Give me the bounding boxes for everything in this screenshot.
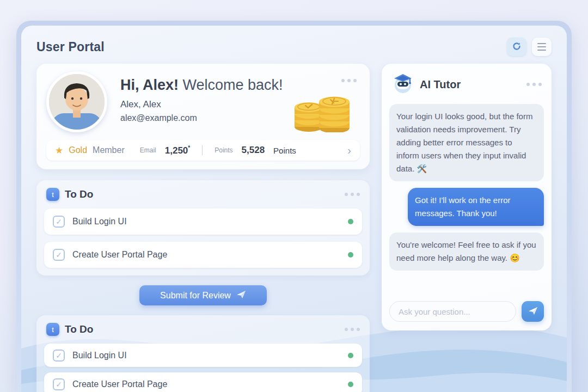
- app-window: User Portal: [16, 21, 572, 392]
- page-title: User Portal: [36, 40, 105, 54]
- chat-message-ai: You're welcome! Feel free to ask if you …: [389, 232, 544, 271]
- email-stat-label: Email: [140, 146, 156, 154]
- submit-for-review-button[interactable]: Submit for Review: [139, 285, 267, 305]
- todo-icon: t: [46, 323, 59, 336]
- todo-item-label: Create User Portal Page: [72, 379, 167, 389]
- todo-card-secondary: t To Do ✓ Build Login UI ✓: [36, 315, 370, 392]
- robot-tutor-icon: [391, 72, 414, 96]
- header-actions: [507, 38, 552, 56]
- paper-plane-icon: [236, 290, 246, 301]
- member-tier-label: Member: [93, 145, 125, 155]
- app-window-inner: User Portal: [21, 26, 567, 392]
- todo-title: To Do: [65, 323, 93, 335]
- todo-menu-dots[interactable]: [345, 193, 360, 196]
- gold-star-icon: ★: [55, 145, 63, 156]
- refresh-button[interactable]: [507, 38, 526, 56]
- greeting-rest: Welcome back!: [179, 77, 283, 93]
- menu-button[interactable]: [532, 38, 552, 56]
- ai-tutor-title: AI Tutor: [420, 78, 461, 91]
- todo-header: t To Do: [44, 187, 362, 202]
- send-message-button[interactable]: [522, 301, 544, 322]
- window-header: User Portal: [36, 38, 552, 56]
- chevron-right-icon: ›: [347, 145, 351, 156]
- ai-tutor-header: AI Tutor: [389, 71, 544, 97]
- todo-item[interactable]: ✓ Build Login UI: [44, 209, 362, 235]
- stat-divider: [202, 145, 203, 155]
- chat-message-ai: Your login UI looks good, but the form v…: [389, 104, 544, 181]
- todo-item-label: Create User Portal Page: [72, 250, 167, 260]
- chat-question-input[interactable]: [389, 301, 516, 322]
- status-dot-green: [348, 353, 353, 358]
- todo-icon: t: [46, 188, 59, 201]
- membership-stats-bar[interactable]: ★ Gold Member Email 1,250* Points 5,528 …: [46, 140, 360, 161]
- greeting-name: Hi, Alex!: [120, 77, 179, 93]
- checkbox-checked-icon[interactable]: ✓: [53, 249, 65, 261]
- chat-input-row: [389, 301, 544, 322]
- profile-menu-dots[interactable]: [341, 79, 357, 82]
- status-dot-green: [348, 382, 353, 387]
- greeting: Hi, Alex! Welcome back!: [120, 77, 283, 94]
- submit-button-label: Submit for Review: [160, 291, 231, 301]
- status-dot-green: [348, 252, 353, 258]
- todo-item[interactable]: ✓ Create User Portal Page: [44, 242, 362, 268]
- points-stat-value: 5,528: [242, 145, 265, 156]
- todo-menu-dots[interactable]: [345, 328, 360, 331]
- user-name: Alex, Alex: [120, 99, 283, 110]
- checkbox-checked-icon[interactable]: ✓: [53, 378, 65, 390]
- desktop-background: User Portal: [0, 0, 588, 392]
- todo-card-primary: t To Do ✓ Build Login UI ✓: [36, 180, 370, 275]
- points-stat-suffix: Points: [273, 146, 296, 155]
- coins-illustration: [289, 90, 353, 134]
- todo-item[interactable]: ✓ Build Login UI: [44, 344, 362, 367]
- chat-message-user: Got it! I'll work on the error messages.…: [408, 188, 544, 226]
- todo-item[interactable]: ✓ Create User Portal Page: [44, 372, 362, 392]
- ai-tutor-menu-dots[interactable]: [526, 83, 542, 86]
- todo-header: t To Do: [44, 322, 362, 337]
- profile-card: Hi, Alex! Welcome back! Alex, Alex alex@…: [36, 64, 370, 169]
- user-email: alex@example.com: [120, 113, 283, 123]
- todo-title: To Do: [65, 188, 93, 200]
- hamburger-icon: [537, 43, 546, 51]
- points-stat-label: Points: [215, 146, 232, 154]
- status-dot-green: [348, 219, 353, 224]
- member-tier: Gold: [69, 145, 87, 155]
- paper-plane-icon: [528, 307, 538, 317]
- todo-item-label: Build Login UI: [72, 351, 127, 360]
- refresh-icon: [512, 41, 522, 53]
- checkbox-checked-icon[interactable]: ✓: [53, 216, 65, 228]
- email-stat-value: 1,250*: [165, 145, 190, 156]
- email-stat-footnote: *: [188, 145, 190, 151]
- ai-tutor-panel: AI Tutor Your login UI looks good, but t…: [382, 64, 552, 330]
- checkbox-checked-icon[interactable]: ✓: [53, 350, 65, 362]
- user-avatar: [46, 71, 107, 132]
- todo-item-label: Build Login UI: [72, 217, 127, 226]
